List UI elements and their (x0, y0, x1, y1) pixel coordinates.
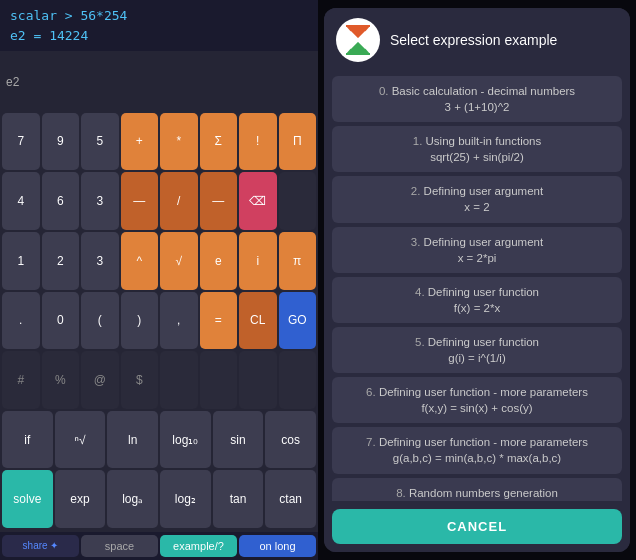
key-cl[interactable]: CL (239, 292, 277, 350)
key-hash[interactable]: # (2, 351, 40, 409)
key-i[interactable]: i (239, 232, 277, 290)
terminal-text-1: scalar > 56*254 (10, 8, 127, 23)
key-s5 (160, 351, 198, 409)
key-7[interactable]: 7 (2, 113, 40, 171)
modal-item-text-2: 2. Defining user argumentx = 2 (342, 183, 612, 215)
right-panel: scalar > e2 = 14 (318, 0, 636, 560)
key-backspace[interactable]: ⌫ (239, 172, 277, 230)
key-exclaim[interactable]: ! (239, 113, 277, 171)
modal-item-3[interactable]: 3. Defining user argumentx = 2*pi (332, 227, 622, 273)
modal-item-text-0: 0. Basic calculation - decimal numbers3 … (342, 83, 612, 115)
modal-item-text-3: 3. Defining user argumentx = 2*pi (342, 234, 612, 266)
bottom-bar-left: share ✦ space example/? on long (0, 532, 318, 560)
key-solve[interactable]: solve (2, 470, 53, 528)
key-mul[interactable]: * (160, 113, 198, 171)
terminal-area-left: scalar > 56*254 e2 = 14224 (0, 0, 318, 51)
cancel-button[interactable]: CANCEL (332, 509, 622, 544)
key-plus[interactable]: + (121, 113, 159, 171)
key-loga[interactable]: logₐ (107, 470, 158, 528)
key-caret[interactable]: ^ (121, 232, 159, 290)
modal-item-7[interactable]: 7. Defining user function - more paramet… (332, 427, 622, 473)
modal-item-text-7: 7. Defining user function - more paramet… (342, 434, 612, 466)
key-ctan[interactable]: ctan (265, 470, 316, 528)
terminal-line-2: e2 = 14224 (10, 26, 308, 46)
key-sin[interactable]: sin (213, 411, 264, 469)
key-3b[interactable]: 3 (81, 232, 119, 290)
key-pi-upper[interactable]: Π (279, 113, 317, 171)
key-s6 (200, 351, 238, 409)
terminal-line-1: scalar > 56*254 (10, 6, 308, 26)
key-empty (279, 172, 317, 230)
key-4[interactable]: 4 (2, 172, 40, 230)
key-equals[interactable]: = (200, 292, 238, 350)
kb-row-3: 1 2 3 ^ √ e i π (2, 232, 316, 290)
modal-item-text-8: 8. Random numbers generationrUni(0,1) (342, 485, 612, 502)
modal-item-text-5: 5. Defining user functiong(i) = i^(1/i) (342, 334, 612, 366)
key-s8 (279, 351, 317, 409)
key-dot[interactable]: . (2, 292, 40, 350)
key-0[interactable]: 0 (42, 292, 80, 350)
key-ln[interactable]: ln (107, 411, 158, 469)
terminal-text-2: e2 = 14224 (10, 28, 88, 43)
kb-func-row-1: if ⁿ√ ln log₁₀ sin cos (2, 411, 316, 469)
key-pi[interactable]: π (279, 232, 317, 290)
key-5[interactable]: 5 (81, 113, 119, 171)
modal-item-text-6: 6. Defining user function - more paramet… (342, 384, 612, 416)
key-go[interactable]: GO (279, 292, 317, 350)
key-log2[interactable]: log₂ (160, 470, 211, 528)
kb-row-symbols: # % @ $ (2, 351, 316, 409)
key-e[interactable]: e (200, 232, 238, 290)
key-6[interactable]: 6 (42, 172, 80, 230)
key-minus2[interactable]: — (200, 172, 238, 230)
key-comma[interactable]: , (160, 292, 198, 350)
key-9[interactable]: 9 (42, 113, 80, 171)
app-logo (336, 18, 380, 62)
key-log10[interactable]: log₁₀ (160, 411, 211, 469)
modal-list[interactable]: 0. Basic calculation - decimal numbers3 … (324, 72, 630, 501)
modal-item-6[interactable]: 6. Defining user function - more paramet… (332, 377, 622, 423)
modal-overlay: Select expression example 0. Basic calcu… (318, 0, 636, 560)
modal-box: Select expression example 0. Basic calcu… (324, 8, 630, 552)
modal-item-4[interactable]: 4. Defining user functionf(x) = 2*x (332, 277, 622, 323)
modal-item-1[interactable]: 1. Using built-in functionssqrt(25) + si… (332, 126, 622, 172)
key-rparen[interactable]: ) (121, 292, 159, 350)
modal-item-text-1: 1. Using built-in functionssqrt(25) + si… (342, 133, 612, 165)
key-sigma[interactable]: Σ (200, 113, 238, 171)
key-2[interactable]: 2 (42, 232, 80, 290)
key-lparen[interactable]: ( (81, 292, 119, 350)
key-3a[interactable]: 3 (81, 172, 119, 230)
modal-header: Select expression example (324, 8, 630, 72)
kb-func-row-2: solve exp logₐ log₂ tan ctan (2, 470, 316, 528)
modal-item-2[interactable]: 2. Defining user argumentx = 2 (332, 176, 622, 222)
example-button[interactable]: example/? (160, 535, 237, 557)
left-panel: scalar > 56*254 e2 = 14224 e2 7 9 5 + * … (0, 0, 318, 560)
key-sqrt[interactable]: √ (160, 232, 198, 290)
space-button[interactable]: space (81, 535, 158, 557)
key-s7 (239, 351, 277, 409)
kb-row-4: . 0 ( ) , = CL GO (2, 292, 316, 350)
key-1[interactable]: 1 (2, 232, 40, 290)
e2-label: e2 (2, 53, 316, 111)
key-tan[interactable]: tan (213, 470, 264, 528)
modal-item-8[interactable]: 8. Random numbers generationrUni(0,1) (332, 478, 622, 502)
kb-row-1: 7 9 5 + * Σ ! Π (2, 113, 316, 171)
modal-item-text-4: 4. Defining user functionf(x) = 2*x (342, 284, 612, 316)
modal-cancel-area: CANCEL (324, 501, 630, 552)
key-minus[interactable]: — (121, 172, 159, 230)
key-if[interactable]: if (2, 411, 53, 469)
key-at[interactable]: @ (81, 351, 119, 409)
modal-item-5[interactable]: 5. Defining user functiong(i) = i^(1/i) (332, 327, 622, 373)
modal-title: Select expression example (390, 32, 557, 48)
kb-label-row: e2 (2, 53, 316, 111)
onlong-button[interactable]: on long (239, 535, 316, 557)
key-exp[interactable]: exp (55, 470, 106, 528)
keyboard-area: e2 7 9 5 + * Σ ! Π 4 6 3 — / — ⌫ 1 2 3 (0, 51, 318, 532)
key-nroot[interactable]: ⁿ√ (55, 411, 106, 469)
key-cos[interactable]: cos (265, 411, 316, 469)
key-percent[interactable]: % (42, 351, 80, 409)
kb-row-2: 4 6 3 — / — ⌫ (2, 172, 316, 230)
key-dollar[interactable]: $ (121, 351, 159, 409)
modal-item-0[interactable]: 0. Basic calculation - decimal numbers3 … (332, 76, 622, 122)
share-button[interactable]: share ✦ (2, 535, 79, 557)
key-div[interactable]: / (160, 172, 198, 230)
